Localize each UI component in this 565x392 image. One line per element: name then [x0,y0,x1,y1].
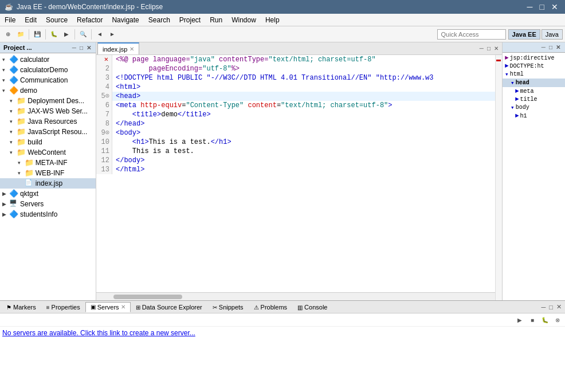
create-server-link[interactable]: No servers are available. Click this lin… [2,329,195,337]
toolbar-next[interactable]: ► [107,29,118,40]
code-line-10[interactable]: 10 <h1>This is a test.</h1> [96,138,502,147]
left-panel: Project ... ─ □ ✕ ▾🔷calculator▾🔷calculat… [0,42,96,300]
menu-run[interactable]: Run [205,15,227,25]
tree-item-servers[interactable]: ▶🖥️Servers [0,199,96,209]
editor-area[interactable]: ✕ <%@ page language="java" contentType="… [96,55,502,300]
server-debug-btn[interactable]: 🐛 [540,315,550,325]
menu-window[interactable]: Window [227,15,261,25]
bottom-maximize[interactable]: □ [548,304,554,311]
editor-hscrollbar[interactable] [96,292,495,300]
tab-datasource[interactable]: ⊞ Data Source Explorer [131,302,207,312]
tab-markers[interactable]: ⚑ Markers [1,302,41,312]
title-bar-controls[interactable]: ─ □ ✕ [525,2,560,11]
tab-snippets[interactable]: ✂ Snippets [207,302,249,312]
perspective-javaee[interactable]: Java EE [508,29,540,40]
server-disconnect-btn[interactable]: ⊗ [552,315,563,325]
tree-item-build[interactable]: ▾📁build [0,137,96,147]
tree-item-calculator[interactable]: ▾🔷calculator [0,54,96,65]
tree-item-webinf[interactable]: ▾📁WEB-INF [0,168,96,178]
quick-access-input[interactable] [437,29,506,40]
tree-item-studentsinfo[interactable]: ▶🔷studentsInfo [0,209,96,219]
outline-item-jspdir[interactable]: ► jsp:directive [503,54,565,62]
menu-navigate[interactable]: Navigate [107,15,143,25]
panel-close[interactable]: ✕ [85,45,92,51]
toolbar-sep-2 [45,29,46,40]
toolbar-debug[interactable]: 🐛 [48,29,60,40]
outline-item-head[interactable]: ▾ head [503,79,565,87]
outline-minimize[interactable]: ─ [540,44,547,50]
panel-header-controls: ─ □ ✕ [71,45,92,51]
outline-item-title[interactable]: ► title [503,95,565,103]
code-line-12[interactable]: 12 </body> [96,156,502,165]
editor-tab-close[interactable]: ✕ [130,46,134,52]
panel-minimize[interactable]: ─ [71,45,77,51]
bottom-minimize[interactable]: ─ [540,304,547,311]
tree-item-deploymentdes[interactable]: ▾📁Deployment Des... [0,96,96,106]
code-line-1[interactable]: ✕ <%@ page language="java" contentType="… [96,55,502,64]
hscroll-thumb[interactable] [113,295,182,299]
menu-search[interactable]: Search [144,15,175,25]
content-area: Project ... ─ □ ✕ ▾🔷calculator▾🔷calculat… [0,42,565,300]
editor-error-strip [495,55,502,300]
outline-close[interactable]: ✕ [555,44,562,50]
code-line-2[interactable]: 2 pageEncoding="utf-8"%> [96,64,502,73]
outline-item-doctype[interactable]: ► DOCTYPE:ht [503,62,565,70]
servers-tab-close[interactable]: ✕ [121,304,125,310]
editor-scroll[interactable]: ✕ <%@ page language="java" contentType="… [96,55,502,300]
toolbar-prev[interactable]: ◄ [94,29,105,40]
restore-button[interactable]: □ [537,2,547,11]
server-start-btn[interactable]: ▶ [515,315,525,325]
menu-source[interactable]: Source [41,15,72,25]
editor-close[interactable]: ✕ [493,45,500,52]
tree-item-communication[interactable]: ▾🔷Communication [0,75,96,85]
editor-minimize[interactable]: ─ [478,45,485,52]
tab-properties[interactable]: ≡ Properties [41,302,85,312]
toolbar-new[interactable]: ⊕ [2,29,14,40]
tree-item-javaresources[interactable]: ▾📁Java Resources [0,116,96,127]
code-line-13[interactable]: 13 </html> [96,165,502,174]
outline-maximize[interactable]: □ [548,44,554,50]
outline-tree: ► jsp:directive ► DOCTYPE:ht ▾ html ▾ he… [503,53,565,300]
editor-tab-indexjsp[interactable]: index.jsp ✕ [97,42,139,54]
tree-item-javascriptresou[interactable]: ▾📁JavaScript Resou... [0,127,96,137]
code-line-8[interactable]: 8 </head> [96,119,502,128]
code-line-7[interactable]: 7 <title>demo</title> [96,110,502,119]
tab-console[interactable]: ▥ Console [292,302,332,312]
code-line-6[interactable]: 6 <meta http-equiv="Content-Type" conten… [96,101,502,110]
tree-item-indexjsp[interactable]: 📄index.jsp [0,178,96,189]
code-line-9[interactable]: 9⊙ <body> [96,128,502,138]
outline-controls: ─ □ ✕ [540,44,562,50]
menu-help[interactable]: Help [261,15,284,25]
code-line-3[interactable]: 3 <!DOCTYPE html PUBLIC "-//W3C//DTD HTM… [96,73,502,83]
tree-item-demo[interactable]: ▾🔶demo [0,85,96,96]
tree-item-qktgxt[interactable]: ▶🔷qktgxt [0,189,96,199]
toolbar-open[interactable]: 📁 [15,29,26,40]
bottom-close[interactable]: ✕ [555,303,563,311]
tree-item-metainf[interactable]: ▾📁META-INF [0,158,96,168]
outline-item-html[interactable]: ▾ html [503,70,565,79]
outline-item-body[interactable]: ▾ body [503,103,565,112]
outline-item-meta[interactable]: ► meta [503,87,565,95]
editor-maximize[interactable]: □ [486,45,492,52]
code-line-11[interactable]: 11 This is a test. [96,147,502,156]
tab-problems[interactable]: ⚠ Problems [249,302,292,312]
toolbar-search[interactable]: 🔍 [77,29,89,40]
server-stop-btn[interactable]: ■ [527,315,537,325]
menu-project[interactable]: Project [175,15,205,25]
toolbar-save[interactable]: 💾 [32,29,43,40]
toolbar-run[interactable]: ▶ [61,29,72,40]
outline-item-h1[interactable]: ► h1 [503,112,565,120]
menu-refactor[interactable]: Refactor [72,15,107,25]
panel-maximize[interactable]: □ [79,45,84,51]
tree-item-jaxwswebser[interactable]: ▾📁JAX-WS Web Ser... [0,106,96,116]
tab-servers[interactable]: ▣ Servers ✕ [85,302,131,312]
menu-edit[interactable]: Edit [20,15,41,25]
minimize-button[interactable]: ─ [525,2,535,11]
menu-file[interactable]: File [0,15,20,25]
tree-item-webcontent[interactable]: ▾📁WebContent [0,147,96,158]
perspective-java[interactable]: Java [542,29,563,40]
close-button[interactable]: ✕ [549,2,560,11]
code-line-4[interactable]: 4 <html> [96,83,502,92]
tree-item-calculatordemo[interactable]: ▾🔷calculatorDemo [0,65,96,75]
code-line-5[interactable]: 5⊙ <head> [96,92,502,101]
